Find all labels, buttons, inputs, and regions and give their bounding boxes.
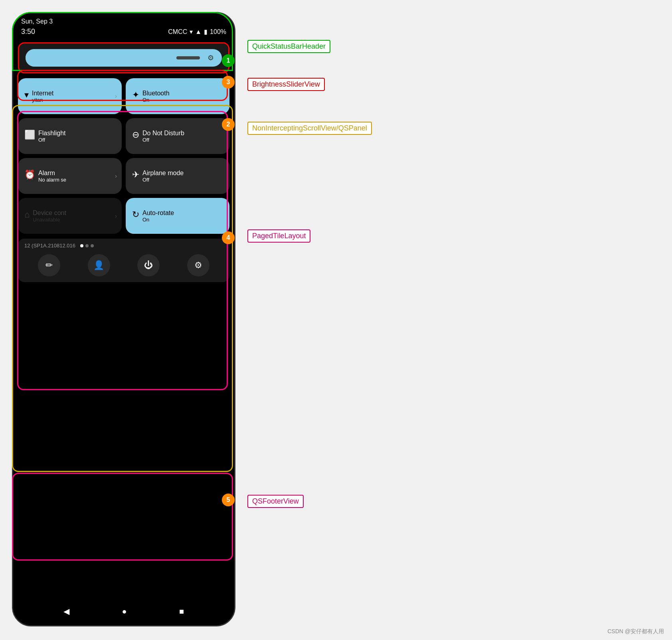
- tile-alarm-title: Alarm: [38, 170, 115, 177]
- auto-rotate-tile-icon: ↻: [132, 209, 139, 220]
- tile-flashlight-text: Flashlight Off: [38, 130, 115, 143]
- tile-dnd-title: Do Not Disturb: [142, 130, 223, 137]
- home-button[interactable]: ●: [122, 607, 126, 616]
- brightness-fill: [26, 49, 192, 67]
- tile-auto-rotate-text: Auto-rotate On: [142, 209, 223, 223]
- tile-bluetooth-subtitle: On: [142, 97, 223, 103]
- tile-alarm-text: Alarm No alarm se: [38, 170, 115, 183]
- tile-dnd-text: Do Not Disturb Off: [142, 130, 223, 143]
- tile-airplane-title: Airplane mode: [142, 170, 223, 177]
- tile-internet-row: ▾ Internet yitan ›: [24, 90, 115, 103]
- watermark: CSDN @安仔都有人用: [607, 628, 664, 635]
- tile-airplane-text: Airplane mode Off: [142, 170, 223, 183]
- annotation-scroll-view: NonInterceptingScrollView/QSPanel: [247, 122, 372, 135]
- internet-chevron-icon: ›: [115, 93, 117, 99]
- power-button[interactable]: ⏻: [137, 254, 160, 277]
- flashlight-tile-icon: ⬜: [24, 130, 35, 140]
- badge-2: 2: [222, 118, 235, 131]
- phone-device: Sun, Sep 3 3:50 CMCC ▾ ▲ ▮ 100% ⚙: [12, 12, 235, 626]
- status-bottom: 3:50 CMCC ▾ ▲ ▮ 100%: [21, 28, 226, 36]
- device-control-tile-icon: ⌂: [24, 209, 30, 220]
- nav-bar: ◀ ● ■: [13, 597, 234, 625]
- qs-footer-view: 12 (SP1A.210812.016 ✏ 👤 ⏻ ⚙: [18, 239, 229, 282]
- tiles-grid: ▾ Internet yitan › ✦ Bluetooth On: [18, 77, 229, 235]
- build-number: 12 (SP1A.210812.016: [24, 243, 223, 249]
- user-button[interactable]: 👤: [88, 254, 110, 277]
- battery-icon: ▮: [204, 28, 208, 36]
- alarm-tile-icon: ⏰: [24, 170, 35, 180]
- tile-device-control-row: ⌂ Device cont Unavailable ›: [24, 209, 115, 223]
- annotation-brightness-slider: BrightnessSliderView: [247, 78, 325, 91]
- badge-5: 5: [222, 494, 235, 506]
- footer-buttons: ✏ 👤 ⏻ ⚙: [24, 253, 223, 278]
- tile-airplane-subtitle: Off: [142, 177, 223, 183]
- tile-bluetooth-row: ✦ Bluetooth On: [132, 90, 223, 103]
- annotation-qs-footer: QSFooterView: [247, 495, 304, 508]
- tile-device-control[interactable]: ⌂ Device cont Unavailable ›: [18, 198, 122, 234]
- tile-auto-rotate-row: ↻ Auto-rotate On: [132, 209, 223, 223]
- tile-flashlight[interactable]: ⬜ Flashlight Off: [18, 118, 122, 154]
- tile-internet-text: Internet yitan: [32, 90, 115, 103]
- tile-device-control-title: Device cont: [33, 209, 115, 217]
- bluetooth-tile-icon: ✦: [132, 90, 139, 100]
- edit-button[interactable]: ✏: [38, 254, 60, 277]
- page-dots: [80, 244, 94, 247]
- tile-dnd-row: ⊖ Do Not Disturb Off: [132, 130, 223, 143]
- badge-4: 4: [222, 231, 235, 244]
- tile-flashlight-row: ⬜ Flashlight Off: [24, 130, 115, 143]
- tile-alarm-subtitle: No alarm se: [38, 177, 115, 183]
- badge-1: 1: [222, 54, 235, 67]
- tile-airplane[interactable]: ✈ Airplane mode Off: [126, 158, 229, 194]
- back-button[interactable]: ◀: [63, 606, 69, 616]
- status-icons: CMCC ▾ ▲ ▮ 100%: [168, 28, 226, 36]
- tile-alarm[interactable]: ⏰ Alarm No alarm se ›: [18, 158, 122, 194]
- tile-device-control-text: Device cont Unavailable: [33, 209, 115, 223]
- dot-2: [85, 244, 89, 247]
- brightness-slider-view[interactable]: ⚙: [18, 42, 229, 73]
- badge-3: 3: [222, 76, 235, 89]
- settings-button[interactable]: ⚙: [187, 254, 210, 277]
- annotation-quick-status-bar: QuickStatusBarHeader: [247, 40, 330, 53]
- brightness-thumb[interactable]: ⚙: [204, 51, 218, 65]
- tile-alarm-row: ⏰ Alarm No alarm se ›: [24, 170, 115, 183]
- annotation-paged-tile: PagedTileLayout: [247, 229, 310, 243]
- status-bar: Sun, Sep 3 3:50 CMCC ▾ ▲ ▮ 100%: [13, 13, 234, 39]
- signal-icon: ▲: [195, 28, 202, 36]
- tile-bluetooth-text: Bluetooth On: [142, 90, 223, 103]
- tile-auto-rotate-subtitle: On: [142, 217, 223, 223]
- status-time: 3:50: [21, 28, 35, 36]
- tile-internet[interactable]: ▾ Internet yitan ›: [18, 78, 122, 114]
- qs-panel: ⚙ ▾ Internet yitan › ✦: [13, 39, 234, 597]
- dot-3: [91, 244, 94, 247]
- tile-auto-rotate[interactable]: ↻ Auto-rotate On: [126, 198, 229, 234]
- device-control-chevron-icon: ›: [115, 213, 117, 219]
- battery-label: 100%: [210, 28, 226, 36]
- brightness-right-track: [176, 56, 200, 59]
- tile-airplane-row: ✈ Airplane mode Off: [132, 170, 223, 183]
- tile-internet-subtitle: yitan: [32, 97, 115, 103]
- tile-dnd-subtitle: Off: [142, 137, 223, 143]
- tile-device-control-subtitle: Unavailable: [33, 217, 115, 223]
- recents-button[interactable]: ■: [179, 607, 184, 616]
- tile-flashlight-subtitle: Off: [38, 137, 115, 143]
- dnd-tile-icon: ⊖: [132, 130, 139, 140]
- wifi-icon: ▾: [190, 28, 193, 36]
- tile-flashlight-title: Flashlight: [38, 130, 115, 137]
- airplane-tile-icon: ✈: [132, 170, 139, 180]
- brightness-track[interactable]: ⚙: [26, 49, 222, 67]
- tile-dnd[interactable]: ⊖ Do Not Disturb Off: [126, 118, 229, 154]
- tile-bluetooth-title: Bluetooth: [142, 90, 223, 97]
- dot-1: [80, 244, 83, 247]
- alarm-chevron-icon: ›: [115, 173, 117, 179]
- status-date: Sun, Sep 3: [21, 18, 226, 25]
- tile-auto-rotate-title: Auto-rotate: [142, 209, 223, 217]
- wifi-tile-icon: ▾: [24, 90, 29, 100]
- carrier-label: CMCC: [168, 28, 187, 36]
- tile-bluetooth[interactable]: ✦ Bluetooth On: [126, 78, 229, 114]
- tile-internet-title: Internet: [32, 90, 115, 97]
